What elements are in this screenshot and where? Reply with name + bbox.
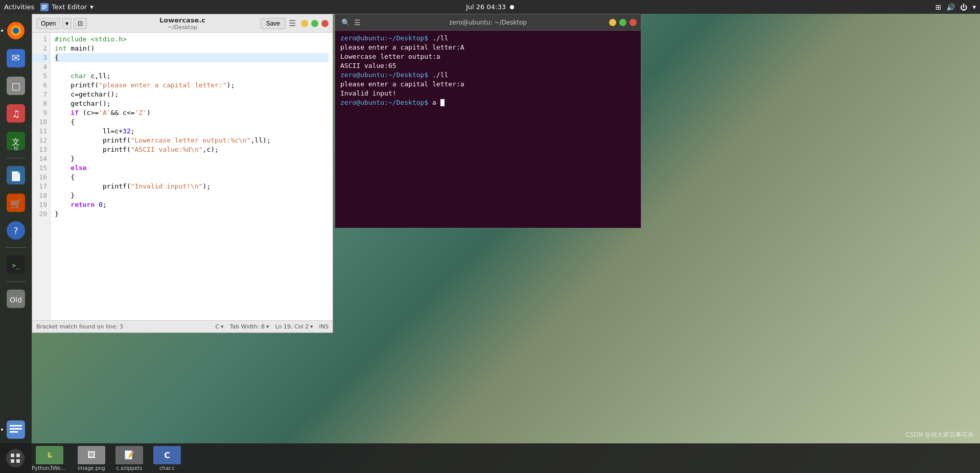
- editor-title: Lowercase.c ~/Desktop: [159, 16, 205, 31]
- editor-titlebar: Open ▾ ⊡ Lowercase.c ~/Desktop Save ☰ ─ …: [32, 14, 333, 33]
- sidebar-item-firefox[interactable]: [4, 19, 28, 42]
- terminal-body[interactable]: zero@ubuntu:~/Desktop$ ./ll please enter…: [335, 31, 641, 228]
- svg-rect-27: [10, 425, 22, 427]
- watermark: CSDN @祝大家百事可乐: [905, 431, 974, 439]
- activities-button[interactable]: Activities: [4, 3, 34, 11]
- svg-rect-28: [10, 428, 22, 430]
- code-line-18: }: [55, 191, 329, 200]
- terminal-maximize-button[interactable]: □: [619, 19, 626, 26]
- terminal-cursor: [440, 99, 445, 106]
- code-editor[interactable]: #include <stdio.h> int main() { char c,l…: [51, 33, 333, 320]
- chinese-icon: 文 位: [7, 132, 25, 150]
- sidebar-item-writer[interactable]: 📄: [4, 163, 28, 187]
- terminal-menu-button[interactable]: ☰: [352, 17, 363, 28]
- terminal-minimize-button[interactable]: ─: [609, 19, 616, 26]
- taskbar-item-charc[interactable]: C char.c: [150, 444, 184, 473]
- sidebar-item-help[interactable]: ?: [4, 219, 28, 242]
- line-num-5: 5: [32, 72, 50, 81]
- system-menu-arrow[interactable]: ▾: [972, 3, 976, 11]
- topbar: Activities Text Editor ▾ Jul 26 04:33 ⊞ …: [0, 0, 980, 14]
- terminal-cmd-3: a: [432, 99, 436, 106]
- svg-text:位: 位: [14, 146, 18, 150]
- terminal-output-3: ASCII value:65: [340, 62, 396, 69]
- sidebar-item-music[interactable]: ♫: [4, 102, 28, 125]
- line-num-12: 12: [32, 136, 50, 145]
- svg-text:✉: ✉: [12, 52, 20, 64]
- line-num-20: 20: [32, 209, 50, 219]
- terminal-prompt-1: zero@ubuntu:~/Desktop$: [340, 34, 428, 42]
- line-num-2: 2: [32, 44, 50, 53]
- terminal-line-5: zero@ubuntu:~/Desktop$ ./ll: [340, 70, 636, 80]
- terminal-line-3: Lowercase letter output:a: [340, 52, 636, 61]
- sidebar-item-mail[interactable]: ✉: [4, 46, 28, 70]
- preview-button[interactable]: ⊡: [74, 18, 87, 29]
- terminal-line-4: ASCII value:65: [340, 61, 636, 70]
- taskbar-thumb-snippets-icon: 📝: [124, 450, 134, 460]
- terminal-window: 🔍 ☰ zero@ubuntu: ~/Desktop ─ □ ✕ zero@ub…: [335, 14, 641, 228]
- power-icon[interactable]: ⏻: [960, 3, 967, 11]
- open-button[interactable]: Open: [36, 18, 60, 29]
- line-num-14: 14: [32, 154, 50, 163]
- terminal-cmd-2: ./ll: [432, 71, 448, 79]
- line-num-13: 13: [32, 145, 50, 154]
- svg-text:♫: ♫: [12, 108, 20, 119]
- tab-width-dropdown-icon: ▾: [266, 323, 269, 330]
- code-line-5: char c,ll;: [55, 72, 329, 81]
- editor-statusbar: Bracket match found on line: 3 C ▾ Tab W…: [32, 320, 333, 333]
- line-num-9: 9: [32, 108, 50, 117]
- code-line-15: else: [55, 163, 329, 173]
- svg-rect-33: [16, 459, 20, 463]
- terminal-search-button[interactable]: 🔍: [339, 17, 352, 28]
- sidebar-item-appstore[interactable]: 🛒: [4, 191, 28, 215]
- line-num-7: 7: [32, 90, 50, 99]
- line-num-11: 11: [32, 127, 50, 136]
- line-num-17: 17: [32, 182, 50, 191]
- line-num-18: 18: [32, 191, 50, 200]
- app-grid-button[interactable]: [6, 449, 25, 467]
- taskbar-label-python: Python3WebSpider: [32, 465, 67, 471]
- close-button[interactable]: ✕: [321, 20, 329, 27]
- editor-body: 1 2 3 4 5 6 7 8 9 10 11 12 13 14 15 16 1…: [32, 33, 333, 320]
- save-button[interactable]: Save: [261, 18, 286, 29]
- taskbar-item-image[interactable]: 🖼 image.png: [75, 444, 108, 473]
- sidebar-bottom-icons: [4, 417, 28, 442]
- minimize-button[interactable]: ─: [301, 20, 308, 27]
- sidebar-item-old[interactable]: Old: [4, 287, 28, 311]
- position-selector[interactable]: Ln 19, Col 2 ▾: [275, 323, 313, 330]
- maximize-button[interactable]: □: [311, 20, 318, 27]
- c-file-icon: C: [158, 448, 176, 462]
- sidebar-separator-2: [6, 247, 26, 248]
- line-num-10: 10: [32, 117, 50, 127]
- taskbar-label-charc: char.c: [159, 465, 175, 471]
- app-menu[interactable]: Text Editor ▾: [40, 3, 93, 11]
- code-line-14: }: [55, 154, 329, 163]
- grid-icon[interactable]: ⊞: [936, 3, 942, 11]
- line-num-15: 15: [32, 163, 50, 173]
- tab-width-selector[interactable]: Tab Width: 8 ▾: [230, 323, 269, 330]
- volume-icon[interactable]: 🔊: [946, 3, 955, 11]
- taskbar-thumb-python-text: 🐍: [46, 452, 53, 458]
- position-dropdown-icon: ▾: [310, 323, 313, 330]
- sidebar-item-terminal[interactable]: >_: [4, 253, 28, 276]
- svg-text:Old: Old: [10, 296, 22, 304]
- language-selector[interactable]: C ▾: [215, 323, 223, 330]
- sidebar-item-texteditor[interactable]: [4, 418, 28, 441]
- taskbar-item-python[interactable]: 🐍 Python3WebSpider: [29, 444, 71, 473]
- line-num-1: 1: [32, 35, 50, 44]
- terminal-output-5: Invalid input!: [340, 89, 396, 97]
- open-dropdown-button[interactable]: ▾: [62, 18, 72, 29]
- code-line-17: printf("Invalid input!\n");: [55, 182, 329, 191]
- text-editor-icon: [40, 3, 49, 11]
- app-dropdown-icon: ▾: [90, 3, 94, 11]
- code-line-20: }: [55, 209, 329, 219]
- sidebar-separator-3: [6, 281, 26, 282]
- taskbar-thumb-snippets: 📝: [115, 446, 143, 464]
- line-num-8: 8: [32, 99, 50, 108]
- sidebar-item-chinese[interactable]: 文 位: [4, 129, 28, 153]
- sidebar-item-files[interactable]: □: [4, 74, 28, 98]
- terminal-close-button[interactable]: ✕: [629, 19, 637, 26]
- editor-menu-button[interactable]: ☰: [289, 18, 296, 28]
- taskbar-item-snippets[interactable]: 📝 c.snippets: [112, 444, 146, 473]
- svg-text:C: C: [164, 451, 170, 460]
- taskbar-label-image: image.png: [78, 465, 105, 471]
